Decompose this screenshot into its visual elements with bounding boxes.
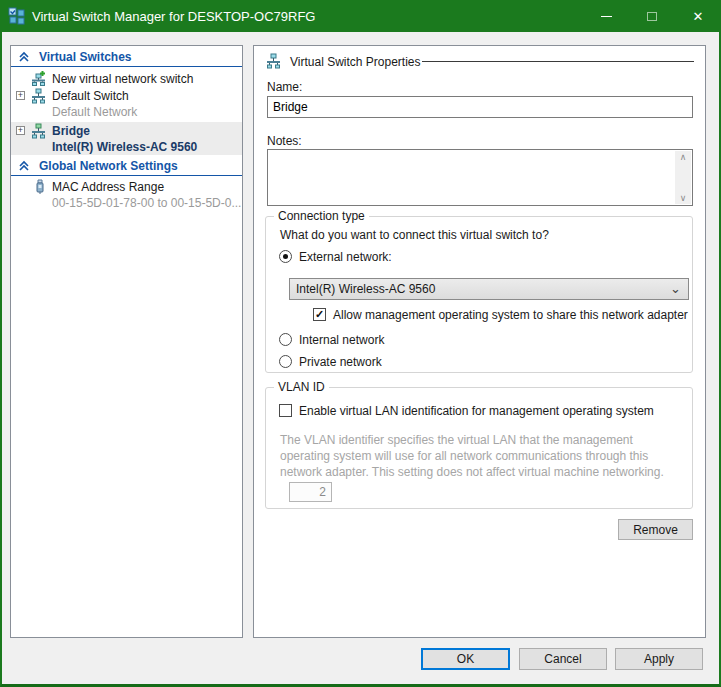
virtual-switch-icon [31,88,47,107]
new-switch-icon [31,70,47,89]
external-network-label: External network: [299,250,392,264]
scroll-down-icon[interactable]: ∨ [680,192,687,204]
close-button[interactable]: ✕ [675,0,721,32]
adapter-dropdown[interactable]: Intel(R) Wireless-AC 9560 ⌄ [289,278,689,300]
notes-scrollbar[interactable]: ∧ ∨ [675,151,691,204]
minimize-button[interactable] [583,0,629,32]
notes-textarea[interactable]: ∧ ∨ [267,149,693,206]
expand-icon[interactable]: + [16,91,25,100]
virtual-switch-icon [31,123,47,142]
enable-vlan-checkbox[interactable] [279,404,292,417]
private-network-radio[interactable] [279,355,292,368]
section-divider [422,61,694,62]
enable-vlan-label: Enable virtual LAN identification for ma… [299,404,654,418]
external-network-radio[interactable] [279,250,292,263]
internal-network-label: Internal network [299,333,384,347]
apply-button-label: Apply [644,652,674,666]
apply-button[interactable]: Apply [615,648,703,670]
expand-icon[interactable]: + [16,126,25,135]
sidebar-item-sublabel: Intel(R) Wireless-AC 9560 [52,140,197,154]
internal-network-radio[interactable] [279,333,292,346]
section-title: Global Network Settings [39,159,178,173]
radio-selected-dot [283,254,288,259]
sidebar-item-mac-address-range[interactable]: MAC Address Range 00-15-5D-01-78-00 to 0… [11,179,242,211]
remove-button[interactable]: Remove [618,519,693,540]
sidebar-item-default-switch[interactable]: + Default Switch Default Network [11,88,242,120]
maximize-icon [647,12,657,21]
navigation-sidebar: Virtual Switches New virtual network swi… [10,45,243,638]
chevron-down-icon: ⌄ [670,281,681,296]
vlan-id-input[interactable] [289,482,332,502]
connection-type-legend: Connection type [274,209,369,223]
vlan-id-group: VLAN ID Enable virtual LAN identificatio… [265,387,693,509]
adapter-dropdown-value: Intel(R) Wireless-AC 9560 [296,282,435,296]
share-adapter-checkbox[interactable]: ✓ [313,308,326,321]
section-header-global-network-settings[interactable]: Global Network Settings [11,157,242,176]
share-adapter-label: Allow management operating system to sha… [333,308,688,322]
remove-button-label: Remove [633,523,678,537]
vlan-id-legend: VLAN ID [274,380,329,394]
check-icon: ✓ [315,308,324,320]
titlebar: Virtual Switch Manager for DESKTOP-OC79R… [0,0,721,32]
vlan-description: The VLAN identifier specifies the virtua… [280,432,682,480]
sidebar-item-label: MAC Address Range [52,180,164,194]
maximize-button[interactable] [629,0,675,32]
section-header-virtual-switches[interactable]: Virtual Switches [11,48,242,67]
network-adapter-icon [33,179,47,198]
sidebar-item-bridge[interactable]: + Bridge Intel(R) Wireless-AC 9560 [11,122,242,155]
cancel-button-label: Cancel [544,652,581,666]
sidebar-item-label: New virtual network switch [52,72,193,86]
sidebar-item-new-switch[interactable]: New virtual network switch [11,70,242,87]
sidebar-item-sublabel: Default Network [52,105,137,119]
scroll-up-icon[interactable]: ∧ [680,151,687,163]
sidebar-item-label: Default Switch [52,89,129,103]
ok-button-label: OK [457,652,474,666]
collapse-chevron-icon [18,160,30,175]
properties-panel: Virtual Switch Properties Name: Notes: ∧… [253,45,706,638]
connection-type-group: Connection type What do you want to conn… [265,216,693,373]
notes-label: Notes: [267,134,302,148]
close-icon: ✕ [693,9,704,24]
sidebar-item-label: Bridge [52,124,90,138]
name-label: Name: [267,80,302,94]
window-title: Virtual Switch Manager for DESKTOP-OC79R… [32,9,315,24]
minimize-icon [601,16,612,17]
connection-question: What do you want to connect this virtual… [280,228,549,242]
sidebar-item-sublabel: 00-15-5D-01-78-00 to 00-15-5D-0... [52,196,241,210]
cancel-button[interactable]: Cancel [519,648,607,670]
collapse-chevron-icon [18,51,30,66]
private-network-label: Private network [299,355,382,369]
hyperv-switch-manager-icon [8,7,26,28]
virtual-switch-icon [266,53,282,72]
panel-section-title: Virtual Switch Properties [290,55,421,69]
section-title: Virtual Switches [39,50,131,64]
ok-button[interactable]: OK [421,648,510,670]
name-input[interactable] [267,96,693,118]
